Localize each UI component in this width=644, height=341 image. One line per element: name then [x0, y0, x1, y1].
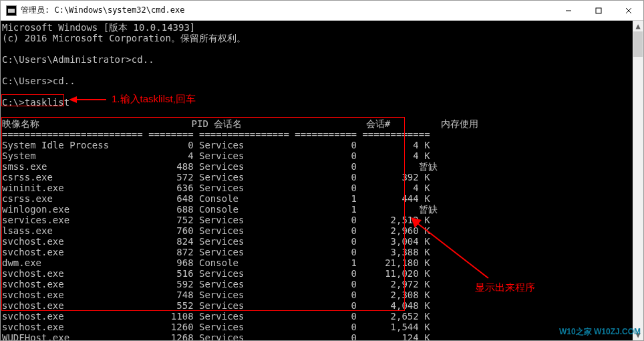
titlebar[interactable]: 管理员: C:\Windows\system32\cmd.exe	[1, 1, 643, 21]
chevron-up-icon: ▲	[635, 21, 640, 31]
maximize-button[interactable]	[583, 1, 613, 20]
terminal-output[interactable]: Microsoft Windows [版本 10.0.14393] (c) 20…	[1, 21, 633, 340]
scroll-up-button[interactable]: ▲	[633, 21, 643, 31]
chevron-down-icon: ▼	[635, 330, 640, 340]
scroll-track[interactable]	[633, 31, 643, 330]
window-title: 管理员: C:\Windows\system32\cmd.exe	[21, 5, 553, 16]
scroll-thumb[interactable]	[633, 31, 643, 57]
arrow-left-icon	[67, 94, 108, 106]
cmd-icon	[6, 5, 17, 16]
svg-marker-5	[69, 96, 77, 103]
scroll-down-button[interactable]: ▼	[633, 330, 643, 340]
annotation-result: 显示出来程序	[475, 281, 535, 294]
svg-line-6	[415, 221, 488, 278]
annotation-step1: 1.输入tasklilst,回车	[67, 93, 196, 106]
close-icon	[625, 7, 632, 14]
svg-marker-7	[411, 217, 422, 228]
window-controls	[553, 1, 643, 20]
close-button[interactable]	[613, 1, 643, 20]
svg-rect-1	[596, 8, 601, 13]
scrollbar[interactable]: ▲ ▼	[633, 21, 643, 340]
minimize-button[interactable]	[553, 1, 583, 20]
maximize-icon	[595, 7, 602, 14]
annotation-step1-text: 1.输入tasklilst,回车	[112, 93, 196, 106]
arrow-diagonal-icon	[408, 215, 515, 290]
minimize-icon	[565, 7, 572, 14]
cmd-window: 管理员: C:\Windows\system32\cmd.exe Microso…	[0, 0, 644, 341]
